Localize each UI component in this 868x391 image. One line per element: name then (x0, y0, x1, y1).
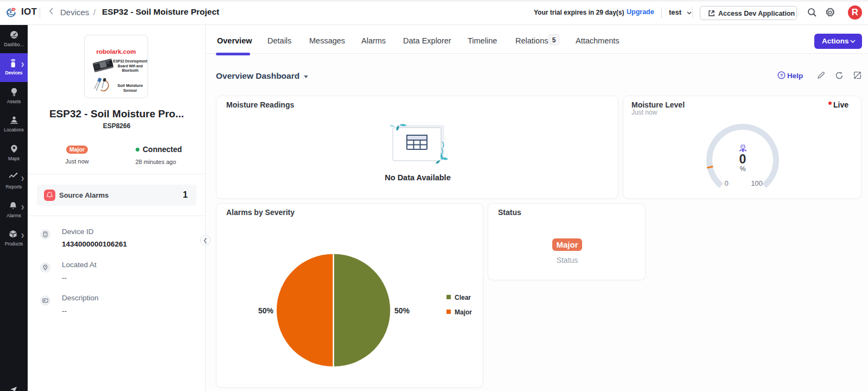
svg-text:?: ? (780, 73, 783, 78)
svg-text:0: 0 (739, 152, 746, 166)
svg-text:100: 100 (751, 179, 763, 187)
svg-text:%: % (739, 165, 745, 173)
svg-text:0: 0 (724, 179, 728, 187)
